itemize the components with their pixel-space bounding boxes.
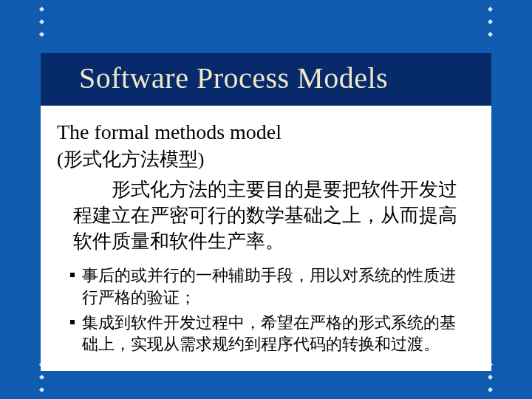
slide-title: Software Process Models <box>41 53 491 106</box>
body-paragraph: 形式化方法的主要目的是要把软件开发过程建立在严密可行的数学基础之上，从而提高软件… <box>57 177 471 254</box>
bullet-icon <box>70 320 75 324</box>
slide-body: The formal methods model (形式化方法模型) 形式化方法… <box>41 106 491 371</box>
bullet-icon <box>70 273 75 277</box>
list-item: 事后的或并行的一种辅助手段，用以对系统的性质进行严格的验证； <box>70 265 471 308</box>
subheading-chinese: (形式化方法模型) <box>57 146 471 172</box>
corner-ornament-tr <box>488 7 492 36</box>
bullet-list: 事后的或并行的一种辅助手段，用以对系统的性质进行严格的验证； 集成到软件开发过程… <box>57 265 471 355</box>
corner-ornament-tl <box>40 7 44 36</box>
list-item-text: 集成到软件开发过程中，希望在严格的形式系统的基础上，实现从需求规约到程序代码的转… <box>82 312 471 355</box>
list-item-text: 事后的或并行的一种辅助手段，用以对系统的性质进行严格的验证； <box>82 265 471 308</box>
slide: Software Process Models The formal metho… <box>41 53 491 366</box>
list-item: 集成到软件开发过程中，希望在严格的形式系统的基础上，实现从需求规约到程序代码的转… <box>70 312 471 355</box>
subheading-english: The formal methods model <box>57 119 471 145</box>
